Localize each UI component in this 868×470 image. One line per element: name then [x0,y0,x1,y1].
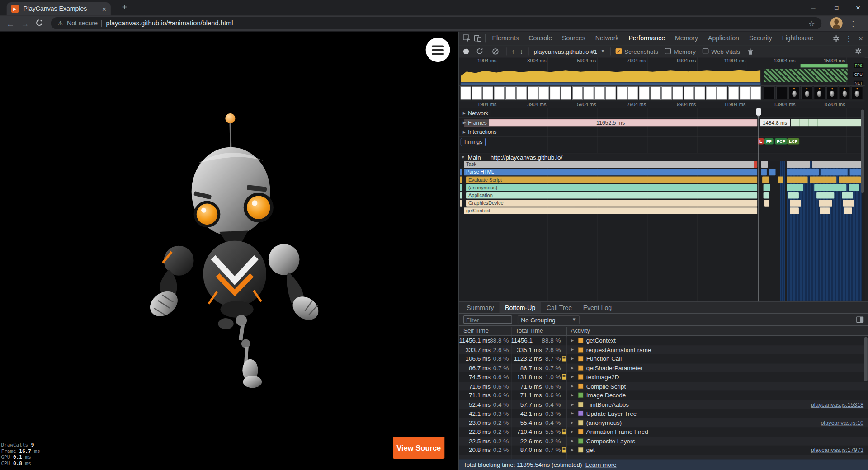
expand-arrow-icon[interactable]: ▶ [571,393,575,398]
table-row[interactable]: 86.7 ms0.7 %86.7 ms0.7 %▶getShaderParame… [459,363,868,372]
learn-more-link[interactable]: Learn more [585,461,617,468]
flame-segment[interactable] [788,192,798,199]
screenshot-frame[interactable] [826,86,838,99]
table-row[interactable]: 42.1 ms0.3 %42.1 ms0.3 %▶Update Layer Tr… [459,409,868,418]
flame-segment[interactable] [810,177,836,183]
flame-edge-chip[interactable] [460,192,462,199]
timeline-overview[interactable]: 1904 ms3904 ms5904 ms7904 ms9904 ms11904… [459,57,865,85]
flame-bar-task[interactable]: Task [464,161,757,168]
scrollbar-thumb[interactable] [864,337,867,381]
flame-segment[interactable] [787,177,808,183]
devtools-tab-memory[interactable]: Memory [670,32,703,45]
flame-bar-evaluate-script[interactable]: Evaluate Script [466,177,757,183]
playhead-line[interactable] [759,108,759,301]
devtools-tab-security[interactable]: Security [744,32,777,45]
flame-segment[interactable] [764,184,770,191]
expand-arrow-icon[interactable]: ▶ [571,448,575,452]
capture-settings-gear-icon[interactable] [853,47,863,55]
screenshot-frame[interactable] [764,86,775,99]
screenshot-frame[interactable] [561,86,571,99]
expand-arrow-icon[interactable]: ▶ [571,420,575,425]
table-row[interactable]: 11456.1 ms88.8 %11456.1 ms88.8 %▶getCont… [459,336,868,345]
profile-avatar[interactable] [830,17,843,29]
screenshot-filmstrip[interactable] [459,86,865,101]
devtools-tab-application[interactable]: Application [703,32,744,45]
details-tab-bottom-up[interactable]: Bottom-Up [500,302,541,313]
expand-arrow-icon[interactable]: ▶ [571,366,575,370]
checkbox-screenshots[interactable]: ✓Screenshots [615,48,658,55]
playhead-handle[interactable] [756,108,761,115]
flame-segment[interactable] [761,169,767,175]
checkbox-box[interactable] [703,48,708,54]
table-row[interactable]: 22.8 ms0.2 %710.4 ms5.5 %▶Animation Fram… [459,427,868,436]
flame-segment[interactable] [821,169,848,175]
screenshot-frame[interactable] [494,86,505,99]
filter-input[interactable] [463,315,512,324]
flame-segment[interactable] [761,161,768,168]
flame-segment[interactable] [844,207,852,214]
frame-duration-bar[interactable]: 1484.8 ms [760,119,790,126]
devtools-kebab-icon[interactable]: ⋮ [844,34,854,42]
view-source-button[interactable]: View Source [393,437,444,459]
load-profile-icon[interactable]: ↑ [511,47,514,55]
url-text[interactable]: playcanvas.github.io/#animation/blend.ht… [106,19,804,27]
screenshot-frame[interactable] [695,86,705,99]
network-track[interactable]: ▶Network [459,108,865,118]
expand-arrow-icon[interactable]: ▶ [571,384,575,388]
device-toolbar-icon[interactable] [472,34,483,42]
table-row[interactable]: 23.0 ms0.2 %55.4 ms0.4 %▶(anonymous)play… [459,418,868,427]
window-minimize-button[interactable]: ─ [802,0,825,15]
frame-duration-bar[interactable]: 11652.5 ms [464,119,757,126]
flame-segment[interactable] [816,192,834,199]
table-row[interactable]: 20.8 ms0.2 %87.0 ms0.7 %▶getplaycanvas.j… [459,446,868,455]
flame-edge-chip[interactable] [460,200,462,207]
hamburger-menu-button[interactable] [426,38,450,62]
flamechart-tracks[interactable]: ▶Network 11652.5 ms 1484.8 ms ▶Frames ▶I… [459,108,865,301]
screenshot-frame[interactable] [538,86,549,99]
forward-button[interactable]: → [18,19,32,28]
flame-segment[interactable] [790,200,801,207]
screenshot-frame[interactable] [461,86,471,99]
screenshot-frame[interactable] [572,86,583,99]
checkbox-web-vitals[interactable]: Web Vitals [703,48,740,55]
scrollbar-thumb[interactable] [861,109,864,193]
screenshot-frame[interactable] [650,86,660,99]
inspect-element-icon[interactable] [461,34,472,42]
flame-segment[interactable] [769,169,776,175]
table-row[interactable]: 71.1 ms0.6 %71.1 ms0.6 %▶Image Decode [459,390,868,400]
interactions-track[interactable]: ▶Interactions [459,127,865,137]
expand-arrow-icon[interactable]: ▶ [571,375,575,379]
checkbox-box[interactable]: ✓ [615,48,621,54]
screenshot-frame[interactable] [839,86,850,99]
flame-bar--anonymous-[interactable]: (anonymous) [466,184,757,191]
table-row[interactable]: 71.6 ms0.6 %71.6 ms0.6 %▶Compile Script [459,381,868,390]
flame-segment[interactable] [839,177,861,183]
flame-bar-getcontext[interactable]: getContext [464,207,757,214]
expand-arrow-icon[interactable]: ▼ [461,155,465,159]
frames-healthy-region[interactable] [791,119,863,126]
browser-menu-icon[interactable]: ⋮ [847,19,859,27]
flame-segment[interactable] [764,192,769,199]
source-link[interactable]: playcanvas.js:15318 [811,401,864,408]
window-close-button[interactable]: × [848,0,868,15]
devtools-tab-performance[interactable]: Performance [623,32,670,45]
screenshot-frame[interactable] [788,86,800,99]
flame-segment[interactable] [787,169,819,175]
reload-button[interactable] [32,19,47,28]
column-self-time[interactable]: Self Time [463,327,489,334]
screenshot-frame[interactable] [583,86,594,99]
devtools-close-icon[interactable]: × [856,34,866,42]
reload-and-record-icon[interactable] [474,47,485,55]
screenshot-frame[interactable] [814,86,826,99]
details-tab-call-tree[interactable]: Call Tree [541,302,578,313]
table-row[interactable]: 52.4 ms0.4 %57.7 ms0.4 %▶_initBoneAabbsp… [459,400,868,409]
table-row[interactable]: 106.6 ms0.8 %1123.2 ms8.7 %▶Function Cal… [459,354,868,363]
flame-segment[interactable] [764,200,769,207]
screenshot-frame[interactable] [606,86,616,99]
flame-segment[interactable] [762,177,769,183]
screenshot-frame[interactable] [717,86,727,99]
flame-segment[interactable] [812,161,862,168]
devtools-tab-lighthouse[interactable]: Lighthouse [777,32,818,45]
table-row[interactable]: 22.5 ms0.2 %22.6 ms0.2 %▶Composite Layer… [459,437,868,446]
collapse-arrow-icon[interactable]: ▶ [463,119,466,126]
